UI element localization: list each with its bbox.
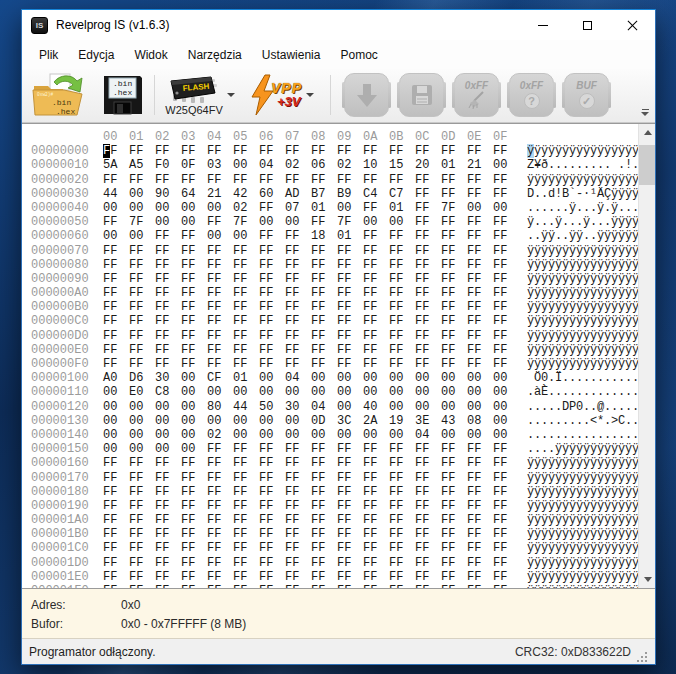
hex-byte[interactable]: FF <box>103 456 129 470</box>
hex-byte[interactable]: FF <box>415 513 441 527</box>
hex-byte[interactable]: 00 <box>155 215 181 229</box>
hex-ascii[interactable]: .....DP0..@..... <box>527 400 639 414</box>
hex-byte[interactable]: 00 <box>415 371 441 385</box>
hex-byte[interactable]: FF <box>415 329 441 343</box>
hex-byte[interactable]: FF <box>389 513 415 527</box>
hex-byte[interactable]: FF <box>259 229 285 243</box>
hex-byte[interactable]: 00 <box>129 442 155 456</box>
hex-byte[interactable]: FF <box>493 343 519 357</box>
hex-byte[interactable]: FF <box>493 442 519 456</box>
hex-byte[interactable]: FF <box>389 329 415 343</box>
hex-byte[interactable]: FF <box>207 343 233 357</box>
hex-byte[interactable]: FF <box>129 456 155 470</box>
hex-ascii[interactable]: ÿÿÿÿÿÿÿÿÿÿÿÿÿÿÿÿ <box>527 357 639 371</box>
hex-byte[interactable]: FF <box>311 527 337 541</box>
hex-byte[interactable]: FF <box>259 513 285 527</box>
hex-byte[interactable]: FF <box>259 556 285 570</box>
hex-ascii[interactable]: ÿÿÿÿÿÿÿÿÿÿÿÿÿÿÿÿ <box>527 300 639 314</box>
hex-byte[interactable]: FF <box>311 286 337 300</box>
chip-select-button[interactable]: FLASH W25Q64FV <box>165 73 223 116</box>
hex-byte[interactable]: 00 <box>129 229 155 243</box>
hex-byte[interactable]: 00 <box>103 385 129 399</box>
hex-byte[interactable]: FF <box>233 144 259 158</box>
hex-byte[interactable]: 7F <box>129 215 155 229</box>
hex-byte[interactable]: FF <box>441 173 467 187</box>
hex-byte[interactable]: FF <box>233 329 259 343</box>
hex-byte[interactable]: FF <box>415 471 441 485</box>
hex-ascii[interactable]: ÿÿÿÿÿÿÿÿÿÿÿÿÿÿÿÿ <box>527 329 639 343</box>
hex-byte[interactable]: FF <box>467 584 493 589</box>
hex-byte[interactable]: 02 <box>285 158 311 172</box>
hex-byte[interactable]: FF <box>441 258 467 272</box>
hex-byte[interactable]: FF <box>259 442 285 456</box>
hex-byte[interactable]: 00 <box>129 428 155 442</box>
menu-item-ustawienia[interactable]: Ustawienia <box>252 43 331 67</box>
hex-byte[interactable]: FF <box>337 556 363 570</box>
hex-byte[interactable]: 00 <box>181 400 207 414</box>
hex-byte[interactable]: FF <box>311 357 337 371</box>
hex-byte[interactable]: FF <box>181 456 207 470</box>
hex-byte[interactable]: FF <box>467 244 493 258</box>
hex-byte[interactable]: FF <box>363 272 389 286</box>
hex-byte[interactable]: 00 <box>181 442 207 456</box>
hex-byte[interactable]: FF <box>415 244 441 258</box>
hex-byte[interactable]: FF <box>311 343 337 357</box>
hex-byte[interactable]: FF <box>467 456 493 470</box>
hex-byte[interactable]: FF <box>103 541 129 555</box>
hex-byte[interactable]: FF <box>467 570 493 584</box>
hex-byte[interactable]: 00 <box>181 414 207 428</box>
hex-byte[interactable]: FF <box>285 144 311 158</box>
hex-byte[interactable]: 02 <box>337 158 363 172</box>
scroll-down-button[interactable] <box>639 571 655 588</box>
hex-byte[interactable]: FF <box>155 272 181 286</box>
hex-byte[interactable]: FF <box>337 527 363 541</box>
hex-byte[interactable]: 00 <box>207 414 233 428</box>
hex-byte[interactable]: B9 <box>337 187 363 201</box>
hex-byte[interactable]: 00 <box>311 371 337 385</box>
hex-byte[interactable]: FF <box>259 343 285 357</box>
hex-byte[interactable]: FF <box>181 144 207 158</box>
hex-byte[interactable]: FF <box>259 527 285 541</box>
hex-byte[interactable]: FF <box>155 229 181 243</box>
hex-byte[interactable]: 40 <box>363 400 389 414</box>
hex-byte[interactable]: FF <box>207 541 233 555</box>
hex-byte[interactable]: FF <box>155 513 181 527</box>
hex-cursor[interactable]: F <box>103 144 110 158</box>
hex-byte[interactable]: FF <box>363 485 389 499</box>
vertical-scrollbar[interactable] <box>638 124 655 588</box>
hex-byte[interactable]: FF <box>311 485 337 499</box>
write-chip-button[interactable] <box>344 73 389 117</box>
hex-byte[interactable]: FF <box>207 513 233 527</box>
hex-byte[interactable]: FF <box>155 527 181 541</box>
hex-byte[interactable]: FF <box>467 300 493 314</box>
hex-byte[interactable]: FF <box>129 300 155 314</box>
hex-byte[interactable]: FF <box>259 286 285 300</box>
hex-byte[interactable]: FF <box>415 570 441 584</box>
hex-byte[interactable]: FF <box>493 329 519 343</box>
hex-byte[interactable]: FF <box>441 144 467 158</box>
hex-byte[interactable]: FF <box>363 343 389 357</box>
hex-byte[interactable]: 00 <box>337 371 363 385</box>
hex-byte[interactable]: FF <box>103 527 129 541</box>
hex-byte[interactable]: FF <box>285 541 311 555</box>
menu-item-widok[interactable]: Widok <box>124 43 177 67</box>
hex-byte[interactable]: 00 <box>129 187 155 201</box>
hex-byte[interactable]: FF <box>389 343 415 357</box>
hex-byte[interactable]: FF <box>441 329 467 343</box>
hex-byte[interactable]: FF <box>467 215 493 229</box>
hex-byte[interactable]: FF <box>311 442 337 456</box>
hex-byte[interactable]: FF <box>363 286 389 300</box>
hex-byte[interactable]: FF <box>103 485 129 499</box>
hex-byte[interactable]: FF <box>337 272 363 286</box>
hex-byte[interactable]: 00 <box>181 428 207 442</box>
hex-byte[interactable]: 00 <box>103 442 129 456</box>
hex-byte[interactable]: FF <box>467 329 493 343</box>
hex-byte[interactable]: FF <box>389 314 415 328</box>
hex-byte[interactable]: FF <box>363 258 389 272</box>
hex-byte[interactable]: FF <box>181 258 207 272</box>
hex-byte[interactable]: FF <box>493 499 519 513</box>
hex-byte[interactable]: FF <box>181 357 207 371</box>
hex-byte[interactable]: FF <box>441 485 467 499</box>
hex-ascii[interactable]: ÿÿÿÿÿÿÿÿÿÿÿÿÿÿÿÿ <box>527 314 639 328</box>
hex-ascii[interactable]: ÿÿÿÿÿÿÿÿÿÿÿÿÿÿÿÿ <box>527 173 639 187</box>
